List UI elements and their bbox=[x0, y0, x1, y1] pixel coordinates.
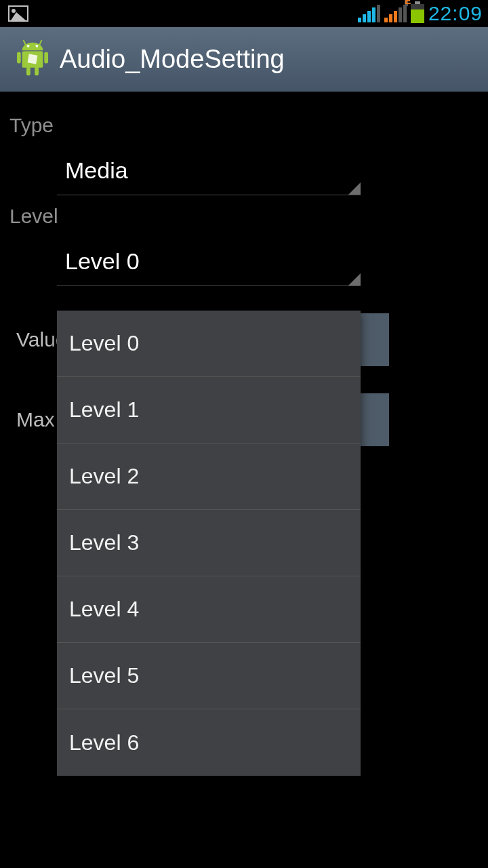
type-spinner-value: Media bbox=[65, 157, 128, 184]
dropdown-item-label: Level 6 bbox=[69, 730, 139, 755]
svg-point-7 bbox=[35, 45, 38, 47]
dropdown-item-label: Level 1 bbox=[69, 397, 139, 422]
dropdown-item-label: Level 4 bbox=[69, 597, 139, 622]
dropdown-item[interactable]: Level 5 bbox=[57, 643, 361, 709]
level-spinner[interactable]: Level 0 bbox=[57, 237, 361, 286]
dropdown-item[interactable]: Level 6 bbox=[57, 709, 361, 776]
dropdown-item[interactable]: Level 2 bbox=[57, 443, 361, 510]
battery-icon bbox=[411, 4, 424, 23]
level-label: Level bbox=[9, 205, 481, 228]
svg-point-6 bbox=[27, 45, 30, 47]
notification-image-icon bbox=[8, 5, 28, 22]
dropdown-item[interactable]: Level 1 bbox=[57, 377, 361, 443]
dropdown-item-label: Level 2 bbox=[69, 464, 139, 489]
type-label: Type bbox=[9, 114, 481, 137]
dropdown-item[interactable]: Level 3 bbox=[57, 510, 361, 576]
clock: 22:09 bbox=[428, 2, 483, 25]
type-spinner[interactable]: Media bbox=[57, 146, 361, 195]
svg-rect-2 bbox=[26, 67, 30, 76]
dropdown-item-label: Level 0 bbox=[69, 331, 139, 356]
dropdown-item-label: Level 5 bbox=[69, 663, 139, 688]
app-icon bbox=[8, 35, 57, 83]
svg-rect-4 bbox=[23, 40, 26, 45]
page-title: Audio_ModeSetting bbox=[60, 45, 285, 74]
svg-rect-5 bbox=[39, 40, 42, 45]
spinner-triangle-icon bbox=[348, 273, 361, 285]
svg-rect-1 bbox=[44, 52, 48, 64]
spinner-triangle-icon bbox=[348, 182, 361, 195]
signal-icon-sim1 bbox=[358, 5, 380, 22]
android-robot-icon bbox=[11, 37, 54, 81]
dropdown-item[interactable]: Level 0 bbox=[57, 311, 361, 377]
signal-icon-sim2: E bbox=[384, 5, 407, 22]
svg-rect-8 bbox=[28, 54, 38, 64]
status-bar: E 22:09 bbox=[0, 0, 488, 27]
dropdown-item-label: Level 3 bbox=[69, 530, 139, 555]
level-spinner-value: Level 0 bbox=[65, 248, 140, 275]
dropdown-item[interactable]: Level 4 bbox=[57, 576, 361, 643]
level-dropdown-popup: Level 0 Level 1 Level 2 Level 3 Level 4 … bbox=[57, 311, 361, 776]
svg-rect-3 bbox=[35, 67, 39, 76]
edge-indicator: E bbox=[405, 0, 408, 6]
action-bar: Audio_ModeSetting bbox=[0, 27, 488, 92]
svg-rect-0 bbox=[17, 52, 21, 64]
